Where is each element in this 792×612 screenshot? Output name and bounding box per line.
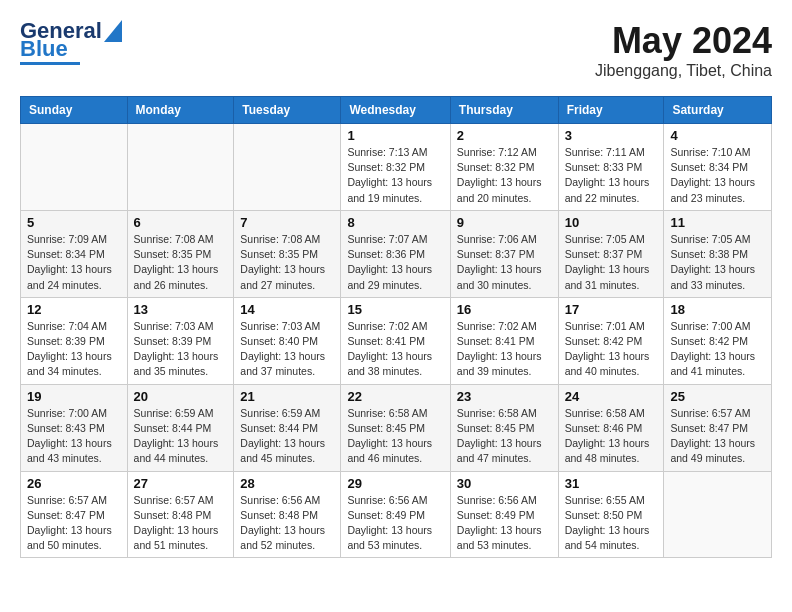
calendar-cell: 4Sunrise: 7:10 AM Sunset: 8:34 PM Daylig…: [664, 124, 772, 211]
day-info: Sunrise: 6:57 AM Sunset: 8:47 PM Dayligh…: [27, 493, 121, 554]
day-number: 13: [134, 302, 228, 317]
calendar-cell: 18Sunrise: 7:00 AM Sunset: 8:42 PM Dayli…: [664, 297, 772, 384]
calendar-cell: 28Sunrise: 6:56 AM Sunset: 8:48 PM Dayli…: [234, 471, 341, 558]
calendar-cell: 12Sunrise: 7:04 AM Sunset: 8:39 PM Dayli…: [21, 297, 128, 384]
day-number: 20: [134, 389, 228, 404]
day-info: Sunrise: 7:04 AM Sunset: 8:39 PM Dayligh…: [27, 319, 121, 380]
calendar-cell: 23Sunrise: 6:58 AM Sunset: 8:45 PM Dayli…: [450, 384, 558, 471]
calendar-cell: 10Sunrise: 7:05 AM Sunset: 8:37 PM Dayli…: [558, 210, 664, 297]
day-number: 17: [565, 302, 658, 317]
day-number: 28: [240, 476, 334, 491]
day-info: Sunrise: 6:56 AM Sunset: 8:49 PM Dayligh…: [457, 493, 552, 554]
calendar-cell: 15Sunrise: 7:02 AM Sunset: 8:41 PM Dayli…: [341, 297, 450, 384]
day-header-sunday: Sunday: [21, 97, 128, 124]
logo: General Blue: [20, 20, 122, 65]
day-info: Sunrise: 7:00 AM Sunset: 8:42 PM Dayligh…: [670, 319, 765, 380]
day-info: Sunrise: 7:06 AM Sunset: 8:37 PM Dayligh…: [457, 232, 552, 293]
day-number: 2: [457, 128, 552, 143]
calendar-cell: 22Sunrise: 6:58 AM Sunset: 8:45 PM Dayli…: [341, 384, 450, 471]
calendar-cell: 8Sunrise: 7:07 AM Sunset: 8:36 PM Daylig…: [341, 210, 450, 297]
calendar-cell: 13Sunrise: 7:03 AM Sunset: 8:39 PM Dayli…: [127, 297, 234, 384]
day-info: Sunrise: 7:09 AM Sunset: 8:34 PM Dayligh…: [27, 232, 121, 293]
calendar-cell: 17Sunrise: 7:01 AM Sunset: 8:42 PM Dayli…: [558, 297, 664, 384]
calendar-cell: [21, 124, 128, 211]
day-number: 18: [670, 302, 765, 317]
calendar-cell: 30Sunrise: 6:56 AM Sunset: 8:49 PM Dayli…: [450, 471, 558, 558]
day-info: Sunrise: 6:58 AM Sunset: 8:45 PM Dayligh…: [347, 406, 443, 467]
calendar-cell: 11Sunrise: 7:05 AM Sunset: 8:38 PM Dayli…: [664, 210, 772, 297]
calendar-cell: 6Sunrise: 7:08 AM Sunset: 8:35 PM Daylig…: [127, 210, 234, 297]
calendar-cell: 3Sunrise: 7:11 AM Sunset: 8:33 PM Daylig…: [558, 124, 664, 211]
logo-triangle-icon: [104, 20, 122, 42]
calendar-cell: 25Sunrise: 6:57 AM Sunset: 8:47 PM Dayli…: [664, 384, 772, 471]
day-info: Sunrise: 6:58 AM Sunset: 8:46 PM Dayligh…: [565, 406, 658, 467]
day-info: Sunrise: 7:02 AM Sunset: 8:41 PM Dayligh…: [457, 319, 552, 380]
header: General Blue May 2024 Jibenggang, Tibet,…: [20, 20, 772, 80]
day-number: 5: [27, 215, 121, 230]
day-number: 8: [347, 215, 443, 230]
week-row-2: 5Sunrise: 7:09 AM Sunset: 8:34 PM Daylig…: [21, 210, 772, 297]
day-info: Sunrise: 6:57 AM Sunset: 8:48 PM Dayligh…: [134, 493, 228, 554]
day-number: 23: [457, 389, 552, 404]
day-info: Sunrise: 7:01 AM Sunset: 8:42 PM Dayligh…: [565, 319, 658, 380]
day-info: Sunrise: 7:05 AM Sunset: 8:38 PM Dayligh…: [670, 232, 765, 293]
week-row-4: 19Sunrise: 7:00 AM Sunset: 8:43 PM Dayli…: [21, 384, 772, 471]
calendar-cell: 16Sunrise: 7:02 AM Sunset: 8:41 PM Dayli…: [450, 297, 558, 384]
month-title: May 2024: [595, 20, 772, 62]
day-info: Sunrise: 7:13 AM Sunset: 8:32 PM Dayligh…: [347, 145, 443, 206]
logo-blue: Blue: [20, 38, 68, 60]
day-header-friday: Friday: [558, 97, 664, 124]
day-info: Sunrise: 7:07 AM Sunset: 8:36 PM Dayligh…: [347, 232, 443, 293]
day-info: Sunrise: 6:57 AM Sunset: 8:47 PM Dayligh…: [670, 406, 765, 467]
day-number: 31: [565, 476, 658, 491]
day-info: Sunrise: 7:10 AM Sunset: 8:34 PM Dayligh…: [670, 145, 765, 206]
day-info: Sunrise: 7:08 AM Sunset: 8:35 PM Dayligh…: [240, 232, 334, 293]
day-number: 4: [670, 128, 765, 143]
calendar-cell: [127, 124, 234, 211]
day-number: 6: [134, 215, 228, 230]
svg-marker-0: [104, 20, 122, 42]
calendar-cell: 24Sunrise: 6:58 AM Sunset: 8:46 PM Dayli…: [558, 384, 664, 471]
calendar-cell: [664, 471, 772, 558]
location-title: Jibenggang, Tibet, China: [595, 62, 772, 80]
week-row-3: 12Sunrise: 7:04 AM Sunset: 8:39 PM Dayli…: [21, 297, 772, 384]
day-number: 7: [240, 215, 334, 230]
day-number: 29: [347, 476, 443, 491]
day-info: Sunrise: 7:02 AM Sunset: 8:41 PM Dayligh…: [347, 319, 443, 380]
calendar-cell: 14Sunrise: 7:03 AM Sunset: 8:40 PM Dayli…: [234, 297, 341, 384]
calendar-cell: [234, 124, 341, 211]
day-number: 27: [134, 476, 228, 491]
day-number: 30: [457, 476, 552, 491]
calendar-cell: 29Sunrise: 6:56 AM Sunset: 8:49 PM Dayli…: [341, 471, 450, 558]
day-info: Sunrise: 7:11 AM Sunset: 8:33 PM Dayligh…: [565, 145, 658, 206]
day-info: Sunrise: 7:08 AM Sunset: 8:35 PM Dayligh…: [134, 232, 228, 293]
day-number: 3: [565, 128, 658, 143]
calendar-cell: 9Sunrise: 7:06 AM Sunset: 8:37 PM Daylig…: [450, 210, 558, 297]
calendar-cell: 5Sunrise: 7:09 AM Sunset: 8:34 PM Daylig…: [21, 210, 128, 297]
day-number: 15: [347, 302, 443, 317]
calendar-cell: 26Sunrise: 6:57 AM Sunset: 8:47 PM Dayli…: [21, 471, 128, 558]
day-header-saturday: Saturday: [664, 97, 772, 124]
day-header-thursday: Thursday: [450, 97, 558, 124]
logo-underline: [20, 62, 80, 65]
day-info: Sunrise: 7:03 AM Sunset: 8:39 PM Dayligh…: [134, 319, 228, 380]
calendar-cell: 1Sunrise: 7:13 AM Sunset: 8:32 PM Daylig…: [341, 124, 450, 211]
day-number: 9: [457, 215, 552, 230]
day-headers-row: SundayMondayTuesdayWednesdayThursdayFrid…: [21, 97, 772, 124]
day-info: Sunrise: 7:00 AM Sunset: 8:43 PM Dayligh…: [27, 406, 121, 467]
day-number: 11: [670, 215, 765, 230]
day-info: Sunrise: 6:56 AM Sunset: 8:48 PM Dayligh…: [240, 493, 334, 554]
day-number: 24: [565, 389, 658, 404]
calendar-cell: 31Sunrise: 6:55 AM Sunset: 8:50 PM Dayli…: [558, 471, 664, 558]
calendar-cell: 27Sunrise: 6:57 AM Sunset: 8:48 PM Dayli…: [127, 471, 234, 558]
day-number: 21: [240, 389, 334, 404]
day-info: Sunrise: 7:05 AM Sunset: 8:37 PM Dayligh…: [565, 232, 658, 293]
day-info: Sunrise: 6:55 AM Sunset: 8:50 PM Dayligh…: [565, 493, 658, 554]
day-header-wednesday: Wednesday: [341, 97, 450, 124]
day-header-monday: Monday: [127, 97, 234, 124]
day-number: 16: [457, 302, 552, 317]
day-info: Sunrise: 6:59 AM Sunset: 8:44 PM Dayligh…: [240, 406, 334, 467]
day-info: Sunrise: 7:03 AM Sunset: 8:40 PM Dayligh…: [240, 319, 334, 380]
calendar-cell: 2Sunrise: 7:12 AM Sunset: 8:32 PM Daylig…: [450, 124, 558, 211]
day-header-tuesday: Tuesday: [234, 97, 341, 124]
